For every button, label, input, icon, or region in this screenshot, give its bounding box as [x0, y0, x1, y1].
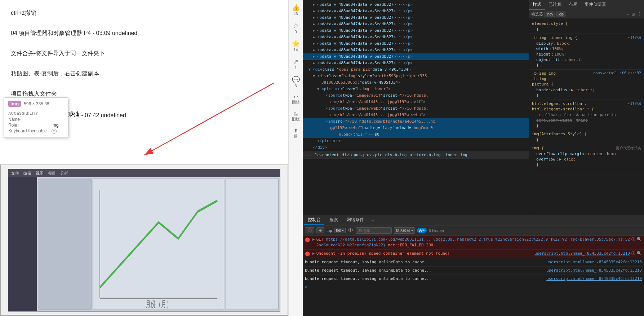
- tree-row[interactable]: ▶ <p data-v-488ad047 data-v-6eadb827 > ·…: [303, 47, 529, 53]
- app-top-row: 月份（月）: [39, 179, 279, 310]
- tree-arrow[interactable]: ▼: [313, 73, 317, 79]
- filter-label: 筛选器: [531, 12, 543, 17]
- tab-search[interactable]: 搜索: [326, 215, 342, 225]
- styles-content[interactable]: element.style { } .b-img__inner img { <s…: [529, 18, 644, 215]
- filter-cls-btn[interactable]: .cls: [556, 12, 565, 17]
- add-tab-btn[interactable]: +: [369, 217, 377, 224]
- tree-row[interactable]: ▶ <p data-v-488ad047 data-v-6eadb827 > ·…: [303, 1, 529, 8]
- app-block-3: [226, 179, 279, 310]
- error-link-1[interactable]: jsc-player.35c75ec7.js:52: [570, 237, 630, 242]
- new-icon[interactable]: ⊞: [632, 11, 635, 17]
- expand-2[interactable]: ▶: [312, 251, 315, 256]
- style-prop-object-fit: object-fit: inherit;: [532, 57, 641, 62]
- devtools-bottom: 控制台 搜索 网络条件 + 🚫 ⊘ top top ▾ 👁 默认级别 ▾ 99+…: [303, 215, 644, 316]
- share-button[interactable]: ↗ 1: [293, 58, 298, 70]
- styles-tabs: 样式 已计算 布局 事件侦听器: [529, 0, 644, 10]
- breadcrumb-div-bimg[interactable]: div.b-img: [385, 153, 407, 157]
- tree-row[interactable]: ▶ <p data-v-488ad047 data-v-6eadb827 > ·…: [303, 34, 529, 40]
- top-dropdown[interactable]: top ▾: [334, 228, 346, 233]
- tree-arrow[interactable]: ▶: [313, 54, 317, 60]
- tree-row[interactable]: ▶ <p data-v-488ad047 data-v-6eadb827 > ·…: [303, 8, 529, 14]
- tree-arrow[interactable]: ▶: [313, 2, 317, 8]
- style-selector-scrollbar-2: html.elegant-scrollbar * {: [532, 107, 641, 111]
- tab-network-conditions[interactable]: 网络条件: [343, 215, 368, 225]
- tree-arrow[interactable]: ▶: [313, 15, 317, 21]
- style-block-element: element.style { }: [529, 20, 644, 34]
- content-item-1: ctrl+z撤销: [11, 7, 277, 19]
- top-button[interactable]: ⬆ 顶: [294, 128, 298, 139]
- bookmark-button[interactable]: ☆ 0: [293, 22, 299, 34]
- info-link-1[interactable]: userscript.html?name_-8545335c42fd:13210: [546, 259, 642, 265]
- back-button[interactable]: ↩ 回馈: [292, 94, 300, 105]
- tree-row-picture[interactable]: ▼ <picture class="b-img__inner">: [303, 86, 529, 92]
- console-messages[interactable]: 🔴 ▶ GET https://data.bilibili.com/log/we…: [303, 236, 644, 316]
- console-toolbar: 🚫 ⊘ top top ▾ 👁 默认级别 ▾ 99+ 5 hidden: [303, 225, 644, 236]
- error-link-2[interactable]: userscript.html?name_-8545335c42fd:13210: [534, 251, 630, 256]
- tree-arrow[interactable]: ▶: [313, 28, 317, 34]
- tree-row-close-picture[interactable]: </picture>: [303, 138, 529, 144]
- tree-arrow[interactable]: ▼: [317, 86, 321, 92]
- tab-event-listeners[interactable]: 事件侦听器: [581, 0, 610, 10]
- tree-row[interactable]: ▶ <p data-v-488ad047 data-v-6eadb827 > ·…: [303, 60, 529, 66]
- tree-row[interactable]: ▶ <p data-v-488ad047 data-v-6eadb827 > ·…: [303, 14, 529, 21]
- filter-input[interactable]: [356, 227, 392, 234]
- more-icon[interactable]: ⋮: [637, 11, 642, 17]
- content-item-2: 04 项目管理器和对象管理器 P4 - 03:09 undefined: [11, 27, 277, 39]
- error-icon-1: 🔴: [305, 237, 310, 243]
- style-selector-element: element.style {: [532, 21, 641, 26]
- level-dropdown[interactable]: 默认级别 ▾: [394, 227, 415, 234]
- info-link-3[interactable]: userscript.html?name_-8545335c42fd:13210: [546, 276, 642, 282]
- tree-row-selected[interactable]: ▶ <p data-v-488ad047 data-v-6eadb827 > ·…: [303, 53, 529, 60]
- error-search-icon-2[interactable]: 🔍: [637, 251, 642, 256]
- tree-arrow[interactable]: ▶: [313, 8, 317, 14]
- tree-row-source-webp[interactable]: ▶ <source type="image/webp" srcset="//i0…: [303, 105, 529, 112]
- expand-1[interactable]: ▶: [312, 237, 315, 242]
- error-link-icon-2[interactable]: ⓘ: [631, 251, 635, 256]
- style-source-bimg-inner[interactable]: <style: [628, 35, 641, 39]
- archive-button[interactable]: 🗂 旧版: [292, 111, 300, 122]
- error-link-icon-1[interactable]: ⓘ: [631, 237, 635, 242]
- tree-row[interactable]: ▶ <p data-v-488ad047 data-v-6eadb827 > ·…: [303, 21, 529, 27]
- tree-row-img[interactable]: ▶ <img src="//i0.hdslb.com/bfs/note/a401…: [303, 118, 529, 125]
- tab-styles[interactable]: 样式: [529, 0, 545, 10]
- style-source-bimg-img[interactable]: opus-detail.cff.css:92: [594, 71, 641, 75]
- tree-row[interactable]: ▶ <p data-v-488ad047 data-v-6eadb827 > ·…: [303, 27, 529, 34]
- star-button[interactable]: ⭐ 14: [292, 40, 300, 52]
- error-url-1[interactable]: https://data.bilibili.com/log/web2001111…: [316, 237, 567, 247]
- breadcrumb-picture[interactable]: picture.b-img__inner: [409, 153, 457, 157]
- breadcrumb-opus-para-pic[interactable]: div.opus-para-pic: [342, 153, 382, 157]
- like-button[interactable]: 👍 46: [292, 4, 300, 16]
- filter-hov-btn[interactable]: :hov: [545, 12, 555, 17]
- tree-arrow[interactable]: ▶: [313, 60, 317, 66]
- clear-console-btn[interactable]: 🚫: [305, 227, 314, 233]
- tree-row-div-bimg[interactable]: ▼ <div class="b-img" style="width:596px;…: [303, 73, 529, 79]
- acc-val-keyboard: ⊘: [52, 128, 57, 134]
- stop-btn[interactable]: ⊘: [316, 227, 324, 233]
- tree-row[interactable]: ▶ <p data-v-488ad047 data-v-6eadb827 > ·…: [303, 40, 529, 47]
- style-prop-width: width: 100%;: [532, 46, 641, 52]
- error-search-icon-1[interactable]: 🔍: [637, 237, 642, 242]
- elements-breadcrumb: ... le-content div.opus-para-pic div.b-i…: [303, 151, 529, 159]
- tab-layout[interactable]: 布局: [565, 0, 581, 10]
- tab-computed[interactable]: 已计算: [545, 0, 565, 10]
- plus-icon[interactable]: +: [626, 11, 629, 17]
- elements-tree[interactable]: ▶ <p data-v-488ad047 data-v-6eadb827 > ·…: [303, 0, 529, 215]
- tree-arrow[interactable]: ▶: [313, 34, 317, 40]
- accessibility-title: ACCESSIBILITY: [8, 111, 64, 115]
- content-item-3: 文件合并-将文件导入于同一文件夹下: [11, 48, 277, 59]
- tree-arrow[interactable]: ▶: [313, 41, 317, 47]
- tab-console[interactable]: 控制台: [304, 215, 324, 225]
- style-source-scrollbar[interactable]: <style: [628, 101, 641, 105]
- tree-arrow[interactable]: ▼: [308, 67, 313, 73]
- info-link-2[interactable]: userscript.html?name_-8545335c42fd:13210: [546, 268, 642, 273]
- breadcrumb-le-content[interactable]: le-content: [315, 153, 339, 157]
- breadcrumb-img[interactable]: img: [460, 153, 467, 157]
- tree-row-close-div[interactable]: </div>: [303, 144, 529, 151]
- tree-row-div-opus[interactable]: ▼ <div class="opus-para-pic" data-v-4905…: [303, 66, 529, 73]
- console-info-1: bundle request timeout, saving onlineDat…: [303, 258, 644, 267]
- tree-row-source-avif[interactable]: ▶ <source type="image/avif" srcset="//i0…: [303, 92, 529, 99]
- comment-button[interactable]: 💬 3: [292, 76, 300, 88]
- tree-arrow[interactable]: ▶: [313, 21, 317, 27]
- tree-arrow[interactable]: ▶: [313, 47, 317, 53]
- clear-icon: 🚫: [307, 228, 312, 232]
